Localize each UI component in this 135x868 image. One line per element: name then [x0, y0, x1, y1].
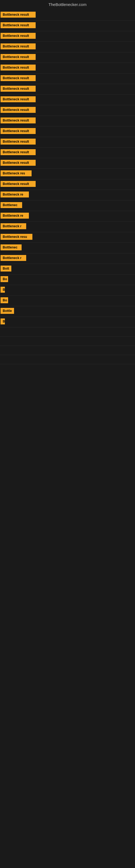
bottleneck-badge: Bottlenec: [1, 202, 22, 208]
bottleneck-badge: Bo: [1, 276, 8, 282]
bottleneck-badge: Bottleneck result: [1, 118, 36, 123]
bottleneck-badge: Bottleneck res: [1, 170, 32, 176]
list-item: B: [0, 285, 135, 296]
list-item: Bottleneck result: [0, 105, 135, 116]
bottleneck-badge: Bottleneck result: [1, 138, 36, 145]
bottleneck-badge: Bottleneck result: [1, 181, 36, 187]
list-item: Bottlenec: [0, 200, 135, 211]
bottleneck-badge: Bott: [1, 266, 11, 272]
list-item: Bottleneck result: [0, 21, 135, 31]
bottleneck-badge: Bottleneck result: [1, 75, 36, 81]
list-item: Bottleneck result: [0, 10, 135, 21]
items-list: Bottleneck resultBottleneck resultBottle…: [0, 10, 135, 364]
list-item: [0, 337, 135, 346]
list-item: Bo: [0, 275, 135, 285]
list-item: Bottlenec: [0, 243, 135, 253]
header: TheBottlenecker.com: [0, 0, 135, 10]
list-item: Bottleneck r: [0, 222, 135, 232]
site-title: TheBottlenecker.com: [49, 2, 87, 7]
bottleneck-badge: B: [1, 318, 5, 324]
list-item: Bottleneck result: [0, 42, 135, 52]
bottleneck-badge: Bottleneck result: [1, 86, 36, 92]
bottleneck-badge: Bottleneck r: [1, 223, 26, 229]
list-item: B: [0, 317, 135, 328]
bottleneck-badge: Bo: [1, 297, 8, 303]
list-item: Bottleneck result: [0, 52, 135, 63]
bottleneck-badge: B: [1, 287, 5, 293]
bottleneck-badge: Bottleneck re: [1, 213, 29, 219]
list-item: Bottleneck result: [0, 73, 135, 84]
list-item: Bottleneck re: [0, 211, 135, 222]
list-item: Bottleneck result: [0, 63, 135, 73]
bottleneck-badge: Bottleneck result: [1, 54, 36, 60]
list-item: [0, 346, 135, 355]
list-item: [0, 328, 135, 337]
list-item: Bottleneck result: [0, 137, 135, 148]
bottleneck-badge: Bottleneck result: [1, 33, 36, 39]
bottleneck-badge: Bottle: [1, 308, 14, 314]
bottleneck-badge: Bottleneck r: [1, 255, 26, 261]
list-item: [0, 355, 135, 364]
bottleneck-badge: Bottleneck result: [1, 107, 36, 113]
list-item: Bott: [0, 264, 135, 275]
bottleneck-badge: Bottleneck re: [1, 191, 29, 197]
list-item: Bottle: [0, 306, 135, 317]
bottleneck-badge: Bottleneck result: [1, 65, 36, 70]
list-item: Bo: [0, 296, 135, 306]
list-item: Bottleneck result: [0, 84, 135, 95]
bottleneck-badge: Bottleneck result: [1, 128, 36, 134]
list-item: Bottleneck result: [0, 158, 135, 169]
bottleneck-badge: Bottleneck result: [1, 43, 36, 50]
list-item: Bottleneck result: [0, 31, 135, 42]
list-item: Bottleneck res: [0, 169, 135, 179]
bottleneck-badge: Bottleneck result: [1, 22, 36, 28]
list-item: Bottleneck result: [0, 148, 135, 158]
list-item: Bottleneck resu: [0, 232, 135, 243]
bottleneck-badge: Bottleneck result: [1, 96, 36, 102]
list-item: Bottleneck result: [0, 126, 135, 137]
list-item: Bottleneck re: [0, 190, 135, 200]
bottleneck-badge: Bottleneck result: [1, 12, 36, 18]
list-item: Bottleneck result: [0, 116, 135, 126]
bottleneck-badge: Bottlenec: [1, 244, 21, 250]
list-item: Bottleneck result: [0, 179, 135, 190]
bottleneck-badge: Bottleneck resu: [1, 234, 32, 240]
bottleneck-badge: Bottleneck result: [1, 149, 36, 155]
bottleneck-badge: Bottleneck result: [1, 160, 36, 166]
list-item: Bottleneck result: [0, 95, 135, 105]
list-item: Bottleneck r: [0, 253, 135, 264]
